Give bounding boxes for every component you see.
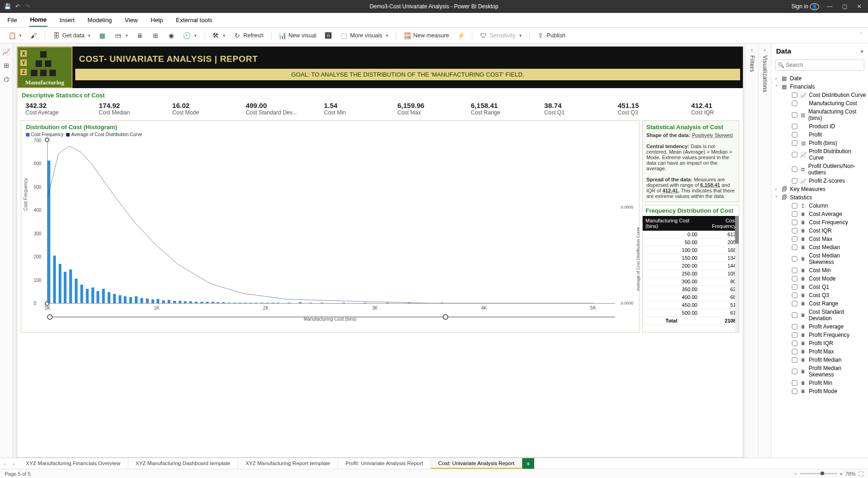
tab-nav-left[interactable]: ‹ [0,461,9,466]
tree-field[interactable]: 🖩Cost Median [782,243,866,251]
add-page-button[interactable]: + [522,458,534,469]
field-checkbox[interactable] [792,341,797,346]
field-checkbox[interactable] [792,388,797,394]
table-row[interactable]: 450.0051 [643,301,739,309]
table-row[interactable]: 500.0061 [643,309,739,317]
tree-field[interactable]: 📈Profit Distribution Curve [782,147,866,162]
tree-field[interactable]: Manufacturing Cost [782,99,866,108]
field-checkbox[interactable] [792,312,797,318]
recent-sources-button[interactable]: 🕘 [181,30,199,41]
field-checkbox[interactable] [792,369,797,374]
data-view-icon[interactable]: ⊞ [4,62,9,69]
tree-table-date[interactable]: ›▦Date [775,74,866,83]
tab-nav-right[interactable]: › [9,461,18,466]
tree-table-key-measures[interactable]: ›🗐Key Measures [775,185,866,193]
field-checkbox[interactable] [792,293,797,298]
field-checkbox[interactable] [792,256,797,262]
report-view-icon[interactable]: 📈 [2,48,10,55]
histogram-visual[interactable]: Distribution of Cost (Histogram) Cost Fr… [21,120,639,333]
tree-field[interactable]: 🖩Cost Median Skewness [782,251,866,266]
field-checkbox[interactable] [792,228,797,233]
field-checkbox[interactable] [792,112,797,118]
freq-col-frequency[interactable]: Cost Frequency [700,216,739,231]
range-slider-handle-left[interactable] [47,314,53,320]
field-checkbox[interactable] [792,245,797,250]
data-search-input[interactable] [775,60,864,71]
tree-field[interactable]: 🖩Cost Max [782,235,866,243]
refresh-button[interactable]: ↻Refresh [231,30,266,41]
table-row[interactable]: 400.0068 [643,293,739,301]
clipboard-paste-button[interactable]: 📋 [6,30,24,41]
tree-field[interactable]: 🖩Profit Frequency [782,331,866,339]
stat-card[interactable]: 16.02Cost Mode [172,102,218,116]
page-tab[interactable]: XYZ Manufacturing Report template [238,459,338,469]
field-checkbox[interactable] [792,124,797,129]
tree-field[interactable]: 🖩Cost IQR [782,227,866,235]
field-checkbox[interactable] [792,132,797,137]
field-checkbox[interactable] [792,92,797,98]
publish-button[interactable]: ⇪Publish [534,30,568,41]
field-checkbox[interactable] [792,380,797,386]
field-checkbox[interactable] [792,167,797,172]
stat-card[interactable]: 499.00Cost Standard Dev... [246,102,297,116]
stat-card[interactable]: 412.41Cost IQR [691,102,737,116]
tree-table-financials[interactable]: ˅▦Financials [775,83,866,91]
freq-scrollbar[interactable] [735,216,739,332]
tree-field[interactable]: 📈Profit Z-scores [782,177,866,185]
freq-table-scroll[interactable]: Manufacturing Cost (bins) Cost Frequency… [643,216,739,332]
range-slider-track[interactable] [47,317,615,317]
field-checkbox[interactable] [792,220,797,225]
minimize-button[interactable]: — [826,3,834,10]
text-box-button[interactable]: 🅰 [322,30,335,41]
tree-table-statistics[interactable]: ˅🗐Statistics [775,193,866,202]
filters-panel-collapsed[interactable]: ‹ Filters [745,43,758,458]
tree-field[interactable]: 🖩Profit Average [782,323,866,331]
table-row[interactable]: 100.00168 [643,246,739,254]
table-row[interactable]: 200.00144 [643,262,739,270]
ribbon-collapse-button[interactable]: ˅ [860,32,862,38]
page-tab[interactable]: XYZ Manufacturing Dashboard template [128,459,238,469]
distribution-curve[interactable] [48,146,593,303]
excel-source-button[interactable]: ▦ [96,30,109,41]
table-row[interactable]: 50.00205 [643,239,739,246]
tree-field[interactable]: 🖩Cost Q3 [782,291,866,299]
redo-icon[interactable]: ↷ [24,3,31,10]
tree-field[interactable]: 🖩Profit IQR [782,339,866,347]
tree-field[interactable]: ΣColumn [782,202,866,210]
table-row[interactable]: 300.0080 [643,278,739,286]
enter-data-button[interactable]: ⊞ [149,30,162,41]
frequency-table-visual[interactable]: Frequency Distribution of Cost Manufactu… [642,205,739,333]
table-row[interactable]: 250.00105 [643,270,739,278]
visualizations-panel-collapsed[interactable]: ‹ Visualizations [758,43,771,458]
undo-icon[interactable]: ↶ [14,3,21,10]
field-checkbox[interactable] [792,324,797,329]
fields-tree[interactable]: ›▦Date˅▦Financials📈Cost Distribution Cur… [772,74,868,458]
table-row[interactable]: 0.00612 [643,231,739,239]
transform-data-button[interactable]: 🛠 [209,30,228,41]
stat-card[interactable]: 342.32Cost Average [25,102,72,116]
expand-collapse-icon[interactable]: » [860,48,863,54]
stat-card[interactable]: 6,158.41Cost Range [471,102,517,116]
table-row[interactable]: 150.00134 [643,254,739,262]
menu-help[interactable]: Help [150,14,164,26]
report-canvas[interactable]: X Y Z Manufacturing COST- UNIVARIATE ANA… [17,46,743,458]
field-checkbox[interactable] [792,140,797,146]
field-checkbox[interactable] [792,276,797,281]
stat-card[interactable]: 6,159.96Cost Max [398,102,444,116]
stat-card[interactable]: 451.15Cost Q3 [618,102,664,116]
menu-external-tools[interactable]: External tools [175,14,213,26]
tree-field[interactable]: 🖩Cost Average [782,210,866,218]
page-tab[interactable]: Profit: Univariate Analysis Report [338,459,431,469]
tree-field[interactable]: 🖩Cost Range [782,299,866,308]
sql-server-button[interactable]: 🖥 [133,30,146,41]
menu-insert[interactable]: Insert [59,14,76,26]
menu-modeling[interactable]: Modeling [87,14,113,26]
tree-field[interactable]: Profit [782,131,866,139]
chart-plot[interactable]: 01002003004005006007000K1K2K3K4K5K0.0000… [47,140,615,304]
stat-card[interactable]: 174.92Cost Median [99,102,145,116]
tree-field[interactable]: ▥Profit (bins) [782,139,866,147]
menu-file[interactable]: File [6,14,18,26]
statistical-analysis-visual[interactable]: Statistical Analysis of Cost Shape of th… [642,120,739,202]
new-visual-button[interactable]: 📊New visual [276,30,319,41]
quick-measure-button[interactable]: ⚡ [454,30,467,41]
